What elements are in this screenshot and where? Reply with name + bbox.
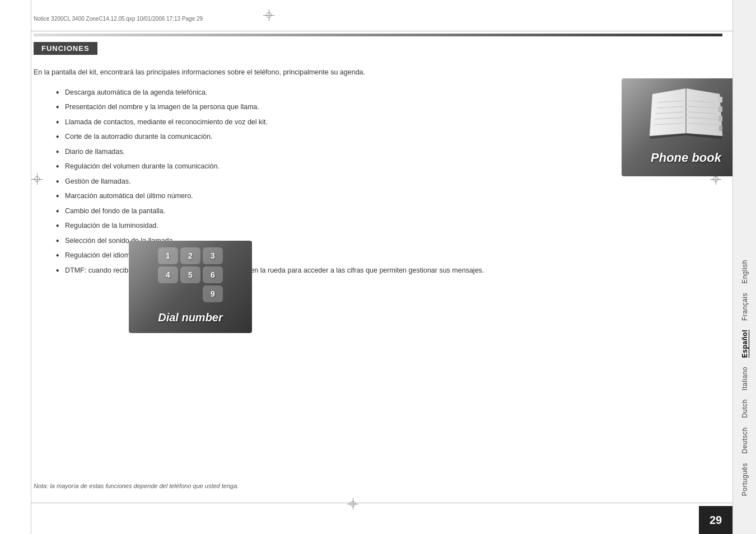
section-title: FUNCIONES [34,42,97,55]
dialnumber-label: Dial number [158,311,223,324]
language-tab[interactable]: Français [739,288,751,325]
language-tab[interactable]: Español [739,325,751,362]
svg-rect-14 [719,125,722,131]
dial-key [180,285,200,302]
note-text: Nota: la mayoría de estas funciones depe… [34,483,239,489]
feature-item: Corte de la autorradio durante la comuni… [56,132,697,142]
dial-key: 3 [203,247,223,264]
language-tab[interactable]: Italiano [739,362,751,395]
dialnumber-image: 1234569 Dial number [129,241,252,333]
dial-key: 2 [180,247,200,264]
phonebook-image: Phone book [622,78,750,176]
language-sidebar: EnglishFrançaisEspañolItalianoDutchDeuts… [732,0,756,534]
header-border-line [31,31,732,31]
dial-key: 6 [203,266,223,283]
feature-item: Cambio del fondo de la pantalla. [56,207,697,217]
file-info-text: Notice 3200CL 3400 ZoneC14.12.05.qxp 10/… [34,16,203,22]
feature-item: Presentación del nombre y la imagen de l… [56,102,697,113]
dial-key: 9 [203,285,223,302]
footer-border-line [31,503,732,503]
feature-item: Regulación de la luminosidad. [56,221,697,231]
svg-rect-13 [718,116,722,121]
feature-item: Marcación automática del último número. [56,191,697,202]
language-tab[interactable]: English [739,255,751,288]
phonebook-label: Phone book [651,151,721,165]
dial-key: 4 [158,266,178,283]
crosshair-top [263,10,274,21]
gradient-bar [34,34,722,36]
intro-text: En la pantalla del kit, encontrará las p… [34,67,697,78]
language-tab[interactable]: Deutsch [739,423,751,458]
page-number-box: 29 [699,506,732,534]
language-tab[interactable]: Português [739,458,751,500]
dial-key: 5 [180,266,200,283]
feature-item: Descarga automática de la agenda telefón… [56,88,697,98]
svg-rect-12 [718,106,722,112]
section-title-wrap: FUNCIONES [34,42,722,55]
feature-item: Regulación del volumen durante la comuni… [56,162,697,172]
left-margin-line [31,0,31,534]
feature-item: Diario de llamadas. [56,147,697,157]
header-info: Notice 3200CL 3400 ZoneC14.12.05.qxp 10/… [34,10,722,27]
language-tab[interactable]: Dutch [739,395,751,423]
dial-key: 1 [158,247,178,264]
feature-item: Gestión de llamadas. [56,177,697,187]
feature-item: Llamada de contactos, mediante el recono… [56,118,697,128]
phonebook-svg [641,83,731,144]
svg-rect-11 [718,97,722,102]
dial-grid: 1234569 [158,247,223,302]
dial-key [158,285,178,302]
page-number: 29 [710,514,722,527]
